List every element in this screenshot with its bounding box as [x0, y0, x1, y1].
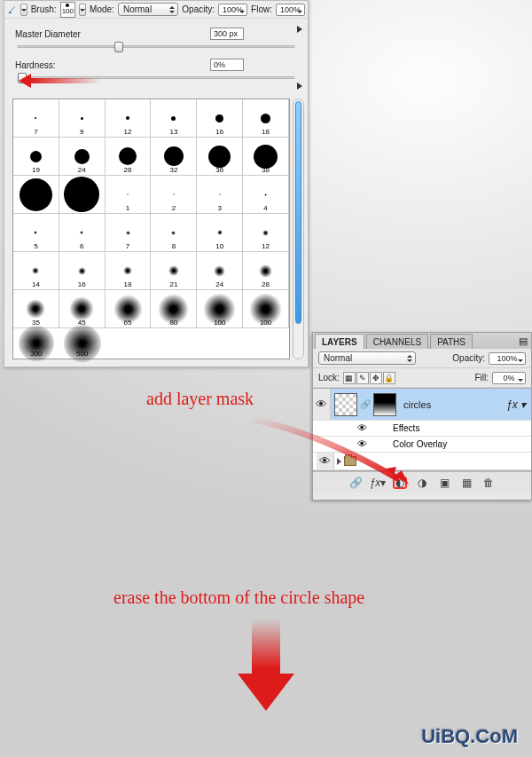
brush-preset[interactable]: 48	[13, 176, 59, 214]
brush-preset[interactable]: 18	[106, 252, 152, 290]
mode-label: Mode:	[90, 4, 114, 14]
brush-preset[interactable]: 16	[59, 252, 106, 290]
layer-mask-thumbnail[interactable]	[373, 393, 396, 416]
fx-indicator[interactable]: ƒx ▾	[506, 398, 531, 411]
layer-row-circles[interactable]: 👁 🔗 circles ƒx ▾	[313, 389, 531, 421]
brush-preset[interactable]: 65	[106, 290, 152, 328]
brush-preset[interactable]: 2	[151, 176, 197, 214]
brush-preset[interactable]: 3	[197, 176, 243, 214]
brush-preset[interactable]: 5	[13, 214, 59, 252]
brush-preset[interactable]: 10	[197, 214, 243, 252]
tab-layers[interactable]: LAYERS	[315, 334, 364, 349]
effects-visibility-icon[interactable]: 👁	[357, 422, 367, 433]
tool-dropdown[interactable]	[20, 4, 27, 16]
brush-preset[interactable]: 12	[243, 214, 289, 252]
brush-preset[interactable]: 14	[13, 252, 59, 290]
blend-mode-select[interactable]: Normal	[118, 3, 178, 16]
flow-field[interactable]: 100%	[276, 4, 305, 16]
link-layers-icon[interactable]: 🔗	[348, 477, 363, 489]
brush-preset[interactable]: 100	[243, 290, 289, 328]
brush-preset[interactable]: 6	[59, 214, 106, 252]
brush-preset[interactable]: 18	[243, 99, 289, 138]
group-visibility-icon[interactable]: 👁	[317, 453, 334, 470]
delete-layer-icon[interactable]: 🗑	[481, 477, 496, 489]
panel-menu-icon[interactable]: ▤	[519, 335, 528, 347]
overlay-visibility-icon[interactable]: 👁	[357, 438, 367, 449]
lock-fill-row: Lock: ▦ ✎ ✥ 🔒 Fill: 0%	[313, 368, 531, 388]
fill-label: Fill:	[474, 373, 489, 382]
brush-preset[interactable]: 80	[151, 290, 197, 328]
opacity-field[interactable]: 100%	[218, 4, 247, 16]
brush-tool-icon[interactable]	[7, 3, 17, 16]
opacity-label: Opacity:	[182, 4, 215, 14]
master-diameter-label: Master Diameter	[15, 29, 81, 39]
layer-list: 👁 🔗 circles ƒx ▾ 👁 Effects 👁 Color Overl…	[313, 388, 531, 471]
brush-preset[interactable]: 24	[59, 138, 106, 176]
tab-channels[interactable]: CHANNELS	[366, 334, 428, 349]
layer-name[interactable]: circles	[400, 399, 431, 410]
brush-preset[interactable]: 7	[106, 214, 152, 252]
panel-tabs: LAYERS CHANNELS PATHS ▤	[313, 333, 531, 349]
brush-scrollbar[interactable]	[293, 99, 304, 359]
new-layer-icon[interactable]: ▦	[459, 477, 473, 489]
brush-preset[interactable]: 500	[59, 328, 106, 359]
brush-preset[interactable]: 1	[106, 176, 152, 214]
brush-preset-dropdown[interactable]	[79, 4, 86, 16]
lock-pixels-icon[interactable]: ✎	[356, 372, 369, 384]
brush-picker: 7912131618192428323638486012345678101214…	[12, 99, 290, 359]
layer-blend-mode-select[interactable]: Normal	[318, 351, 416, 365]
layer-style-icon[interactable]: ƒx▾	[371, 477, 385, 489]
reset-icon[interactable]	[297, 83, 302, 90]
brush-preset[interactable]: 28	[106, 138, 152, 176]
annotation-erase: erase the bottom of the circle shape	[113, 587, 364, 608]
annotation-arrow-hardness	[19, 78, 103, 85]
brush-preset[interactable]: 4	[243, 176, 289, 214]
add-layer-mask-icon[interactable]: ◐	[393, 477, 407, 489]
master-diameter-field[interactable]: 300 px	[210, 28, 244, 40]
brush-preset[interactable]: 19	[13, 138, 59, 176]
brush-preset[interactable]: 24	[197, 252, 243, 290]
layer-opacity-field[interactable]: 100%	[489, 352, 526, 365]
group-disclosure-icon[interactable]	[337, 458, 341, 465]
color-overlay-row[interactable]: 👁 Color Overlay	[313, 437, 531, 453]
brush-preset[interactable]: 100	[197, 290, 243, 328]
brush-preset[interactable]: 9	[59, 99, 106, 138]
adjustment-layer-icon[interactable]: ◑	[415, 477, 429, 489]
brush-preset[interactable]: 28	[243, 252, 289, 290]
effects-row[interactable]: 👁 Effects	[313, 421, 531, 437]
blend-mode-value: Normal	[123, 4, 152, 14]
brush-toolbar: Brush: 100 Mode: Normal Opacity: 100% Fl…	[4, 1, 308, 19]
brush-preset[interactable]: 21	[151, 252, 197, 290]
brush-preset[interactable]: 38	[243, 138, 289, 176]
flyout-menu-icon[interactable]	[297, 26, 302, 33]
brush-preset[interactable]: 32	[151, 138, 197, 176]
brush-preset-swatch[interactable]: 100	[60, 2, 76, 18]
lock-buttons: ▦ ✎ ✥ 🔒	[343, 372, 395, 384]
fill-field[interactable]: 0%	[492, 372, 526, 384]
brush-preset[interactable]: 300	[13, 328, 59, 359]
brush-preset[interactable]: 45	[59, 290, 106, 328]
tab-paths[interactable]: PATHS	[430, 334, 473, 349]
blend-opacity-row: Normal Opacity: 100%	[313, 349, 531, 368]
brush-size-indicator: 100	[62, 8, 74, 15]
folder-icon	[344, 456, 356, 466]
brush-preset[interactable]: 36	[197, 138, 243, 176]
layer-thumbnail[interactable]	[334, 393, 357, 416]
brush-preset[interactable]: 35	[13, 290, 59, 328]
lock-position-icon[interactable]: ✥	[370, 372, 382, 384]
lock-transparent-icon[interactable]: ▦	[343, 372, 356, 384]
brush-preset[interactable]: 16	[197, 99, 243, 138]
brush-preset[interactable]: 13	[151, 99, 197, 138]
brush-preset[interactable]: 60	[59, 176, 106, 214]
layer-group-row[interactable]: 👁	[313, 453, 531, 470]
visibility-eye-icon[interactable]: 👁	[313, 389, 331, 420]
new-group-icon[interactable]: ▣	[437, 477, 451, 489]
layers-panel-footer: 🔗 ƒx▾ ◐ ◑ ▣ ▦ 🗑	[313, 471, 531, 493]
brush-preset[interactable]: 8	[151, 214, 197, 252]
hardness-field[interactable]: 0%	[210, 59, 244, 71]
lock-all-icon[interactable]: 🔒	[383, 372, 395, 384]
link-mask-icon[interactable]: 🔗	[360, 399, 371, 409]
brush-preset[interactable]: 7	[13, 99, 59, 138]
brush-preset[interactable]: 12	[106, 99, 152, 138]
master-diameter-slider[interactable]	[17, 45, 295, 48]
